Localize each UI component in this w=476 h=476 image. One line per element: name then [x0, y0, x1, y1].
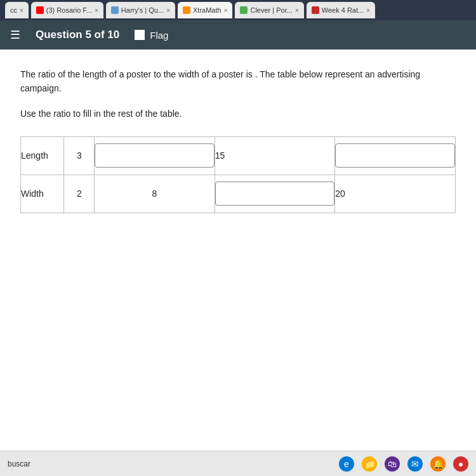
width-input-1-cell — [215, 175, 335, 213]
length-value-15: 15 — [215, 136, 335, 175]
table-row-width: Width 2 8 20 — [21, 175, 456, 213]
tab-rosario-label: (3) Rosario F... — [46, 6, 92, 14]
tab-week-close[interactable]: × — [366, 7, 370, 14]
length-input-1-cell — [95, 136, 215, 175]
youtube-icon — [36, 6, 44, 14]
length-input-2[interactable] — [335, 143, 455, 168]
taskbar-search: buscar — [8, 459, 30, 468]
tab-week[interactable]: Week 4 Rat... × — [307, 2, 375, 18]
flag-label: Flag — [150, 30, 168, 41]
harry-icon — [111, 6, 119, 14]
tab-clever-close[interactable]: × — [295, 7, 299, 14]
tab-xtramath[interactable]: XtraMath × — [178, 2, 232, 18]
width-value-8: 8 — [95, 175, 215, 213]
tab-cc-label: cc — [10, 6, 17, 14]
length-label: Length — [21, 136, 64, 175]
width-label: Width — [21, 175, 64, 213]
width-value-2: 2 — [64, 175, 95, 213]
tab-harry[interactable]: Harry's | Qu... × — [106, 2, 175, 18]
tab-week-label: Week 4 Rat... — [322, 6, 364, 14]
flag-icon — [135, 30, 145, 40]
tab-cc[interactable]: cc × — [5, 2, 29, 18]
table-row-length: Length 3 15 — [21, 136, 456, 175]
edge-browser-icon[interactable]: e — [339, 456, 354, 472]
tab-cc-close[interactable]: × — [20, 7, 23, 14]
taskbar: buscar e 📁 🛍 ✉ 🔔 ● — [0, 451, 476, 476]
menu-icon[interactable]: ☰ — [10, 28, 20, 42]
tab-clever-label: Clever | Por... — [250, 6, 292, 14]
tab-harry-label: Harry's | Qu... — [121, 6, 164, 14]
mail-icon[interactable]: ✉ — [407, 456, 423, 472]
length-value-3: 3 — [64, 136, 95, 175]
bag-icon[interactable]: 🛍 — [385, 456, 400, 472]
tab-rosario-close[interactable]: × — [95, 7, 98, 14]
main-content: The ratio of the length of a poster to t… — [0, 50, 476, 451]
tab-xtramath-close[interactable]: × — [224, 7, 228, 14]
question-text: The ratio of the length of a poster to t… — [20, 67, 456, 96]
question-header: ☰ Question 5 of 10 Flag — [0, 20, 476, 50]
tab-rosario[interactable]: (3) Rosario F... × — [31, 2, 103, 18]
width-input-1[interactable] — [215, 182, 335, 206]
tab-clever[interactable]: Clever | Por... × — [235, 2, 303, 18]
width-value-20: 20 — [335, 175, 456, 213]
notification-icon[interactable]: 🔔 — [430, 456, 446, 472]
browser-tabs: cc × (3) Rosario F... × Harry's | Qu... … — [0, 0, 476, 20]
ratio-table: Length 3 15 Width 2 8 20 — [20, 136, 456, 213]
week-icon — [312, 6, 319, 14]
folder-icon[interactable]: 📁 — [362, 456, 377, 472]
tab-harry-close[interactable]: × — [166, 7, 170, 14]
length-input-2-cell — [335, 136, 456, 175]
question-counter: Question 5 of 10 — [36, 29, 119, 41]
red-circle-icon[interactable]: ● — [453, 456, 468, 472]
tab-xtramath-label: XtraMath — [193, 6, 221, 14]
instruction-text: Use the ratio to fill in the rest of the… — [20, 109, 456, 119]
flag-container[interactable]: Flag — [135, 30, 168, 41]
clever-icon — [240, 6, 248, 14]
xtramath-icon — [183, 6, 190, 14]
length-input-1[interactable] — [95, 143, 215, 168]
